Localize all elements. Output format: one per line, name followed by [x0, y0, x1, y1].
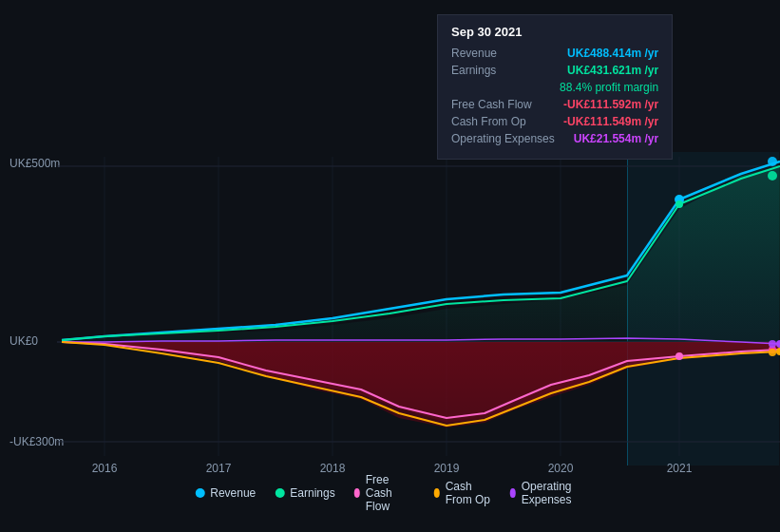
tooltip-value-revenue: UK£488.414m /yr [567, 47, 658, 60]
tooltip: Sep 30 2021 Revenue UK£488.414m /yr Earn… [437, 14, 673, 160]
legend-dot-opex [510, 488, 516, 498]
tooltip-label-revenue: Revenue [451, 47, 497, 60]
legend-item-fcf[interactable]: Free Cash Flow [354, 473, 415, 513]
x-label-2021: 2021 [667, 462, 693, 475]
tooltip-row-fcf: Free Cash Flow -UK£111.592m /yr [451, 98, 658, 111]
tooltip-value-opex: UK£21.554m /yr [574, 132, 658, 145]
legend-item-earnings[interactable]: Earnings [275, 486, 334, 500]
tooltip-value-cashfromop: -UK£111.549m /yr [563, 115, 658, 128]
legend-item-revenue[interactable]: Revenue [195, 486, 256, 500]
chart-container: Sep 30 2021 Revenue UK£488.414m /yr Earn… [0, 0, 780, 532]
legend-label-opex: Operating Expenses [522, 480, 585, 506]
svg-point-10 [675, 200, 683, 208]
legend-dot-earnings [275, 488, 284, 498]
legend: Revenue Earnings Free Cash Flow Cash Fro… [195, 473, 585, 513]
svg-point-14 [768, 171, 777, 180]
tooltip-value-earnings: UK£431.621m /yr [567, 64, 658, 77]
svg-point-15 [768, 157, 777, 166]
tooltip-row-opex: Operating Expenses UK£21.554m /yr [451, 132, 658, 145]
tooltip-label-opex: Operating Expenses [451, 132, 555, 145]
legend-dot-cashfromop [434, 488, 440, 498]
tooltip-date: Sep 30 2021 [451, 25, 658, 39]
svg-point-18 [769, 340, 776, 348]
x-label-2016: 2016 [92, 462, 118, 475]
tooltip-profit-margin: 88.4% profit margin [560, 81, 658, 94]
legend-label-revenue: Revenue [210, 486, 256, 500]
legend-item-cashfromop[interactable]: Cash From Op [434, 480, 491, 506]
legend-label-earnings: Earnings [290, 486, 334, 500]
legend-label-cashfromop: Cash From Op [446, 480, 491, 506]
tooltip-value-fcf: -UK£111.592m /yr [563, 98, 658, 111]
legend-label-fcf: Free Cash Flow [366, 473, 415, 513]
tooltip-row-earnings: Earnings UK£431.621m /yr [451, 64, 658, 77]
legend-dot-fcf [354, 488, 360, 498]
tooltip-label-cashfromop: Cash From Op [451, 115, 526, 128]
tooltip-label-fcf: Free Cash Flow [451, 98, 532, 111]
tooltip-row-cashfromop: Cash From Op -UK£111.549m /yr [451, 115, 658, 128]
legend-item-opex[interactable]: Operating Expenses [510, 480, 585, 506]
tooltip-row-revenue: Revenue UK£488.414m /yr [451, 47, 658, 60]
legend-dot-revenue [195, 488, 204, 498]
tooltip-profit-row: 88.4% profit margin [451, 81, 658, 94]
tooltip-label-earnings: Earnings [451, 64, 496, 77]
svg-point-17 [769, 349, 776, 356]
svg-point-12 [675, 352, 683, 360]
